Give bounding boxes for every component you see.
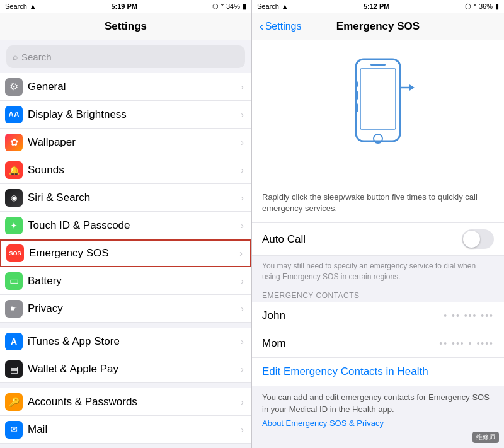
sounds-icon-box: 🔔 xyxy=(5,161,23,179)
edit-contacts-link[interactable]: Edit Emergency Contacts in Health xyxy=(252,358,504,386)
carrier-label: Search xyxy=(5,3,27,10)
settings-item-accounts[interactable]: 🔑 Accounts & Passwords › xyxy=(0,388,251,416)
auto-call-sub-description: You may still need to specify an emergen… xyxy=(252,256,504,287)
description-block: Rapidly click the sleep/wake button five… xyxy=(252,185,504,222)
privacy-chevron: › xyxy=(241,304,244,314)
siri-label: Siri & Search xyxy=(28,192,241,204)
general-chevron: › xyxy=(241,82,244,92)
emergency-contacts-header: EMERGENCY CONTACTS xyxy=(252,287,504,302)
battery-icon: ▮ xyxy=(243,3,246,11)
wallet-label: Wallet & Apple Pay xyxy=(28,363,241,376)
wallpaper-label: Wallpaper xyxy=(28,136,241,149)
right-time: 5:12 PM xyxy=(364,3,390,10)
general-label: General xyxy=(28,81,241,93)
right-battery-icon: ▮ xyxy=(495,3,499,11)
settings-item-display[interactable]: AA Display & Brightness › xyxy=(0,101,251,129)
svg-rect-7 xyxy=(356,103,358,112)
privacy-label: Privacy xyxy=(28,302,241,315)
phone-illustration xyxy=(252,40,504,185)
location-icon: ⬡ xyxy=(212,3,219,11)
settings-list: ⚙ General › AA Display & Brightness › ✿ … xyxy=(0,73,251,448)
bottom-description: You can add and edit emergency contacts … xyxy=(252,386,504,418)
sos-icon-box: SOS xyxy=(6,244,24,262)
privacy-icon-box: ☛ xyxy=(5,300,23,318)
wallpaper-icon-box: ✿ xyxy=(5,134,23,151)
wifi-icon: ▲ xyxy=(30,3,37,10)
auto-call-row: Auto Call xyxy=(252,222,504,256)
itunes-chevron: › xyxy=(241,336,244,347)
right-content: Rapidly click the sleep/wake button five… xyxy=(252,40,504,448)
display-icon-box: AA xyxy=(5,106,23,123)
right-bt-icon: * xyxy=(474,3,476,10)
right-nav-title: Emergency SOS xyxy=(336,20,420,33)
settings-item-wallet[interactable]: ▤ Wallet & Apple Pay › xyxy=(0,355,251,383)
search-bar[interactable]: ⌕ Search xyxy=(6,45,245,68)
right-carrier: Search xyxy=(257,3,279,10)
search-bar-container: ⌕ Search xyxy=(0,40,251,73)
right-battery-label: 36% xyxy=(479,3,493,10)
watermark: 维修师 xyxy=(472,432,499,443)
settings-item-wallpaper[interactable]: ✿ Wallpaper › xyxy=(0,129,251,156)
accounts-icon-wrap: 🔑 xyxy=(0,388,28,416)
settings-item-itunes[interactable]: A iTunes & App Store › xyxy=(0,328,251,355)
status-bar-left: Search ▲ xyxy=(5,3,37,10)
wallet-chevron: › xyxy=(241,364,244,374)
privacy-link[interactable]: About Emergency SOS & Privacy xyxy=(252,418,504,435)
general-icon-wrap: ⚙ xyxy=(0,73,28,101)
contact-john[interactable]: John • •• ••• ••• xyxy=(252,302,504,330)
battery-label: 34% xyxy=(226,3,240,10)
right-panel: Search ▲ 5:12 PM ⬡ * 36% ▮ ‹ Settings Em… xyxy=(252,0,504,448)
sounds-icon-wrap: 🔔 xyxy=(0,156,28,184)
description-text: Rapidly click the sleep/wake button five… xyxy=(262,192,478,213)
touchid-label: Touch ID & Passcode xyxy=(28,219,241,232)
wallpaper-icon-wrap: ✿ xyxy=(0,129,28,156)
settings-item-siri[interactable]: ◉ Siri & Search › xyxy=(0,184,251,212)
mail-chevron: › xyxy=(241,425,244,435)
accounts-label: Accounts & Passwords xyxy=(28,396,241,408)
contact-mom[interactable]: Mom •• ••• • •••• xyxy=(252,330,504,358)
settings-item-privacy[interactable]: ☛ Privacy › xyxy=(0,295,251,323)
itunes-label: iTunes & App Store xyxy=(28,335,241,348)
sounds-label: Sounds xyxy=(28,164,241,176)
auto-call-toggle[interactable] xyxy=(462,229,494,249)
mail-icon-box: ✉ xyxy=(5,421,23,439)
settings-item-mail[interactable]: ✉ Mail › xyxy=(0,416,251,444)
left-nav-bar: Settings xyxy=(0,13,251,40)
separator-2 xyxy=(0,383,251,388)
touchid-chevron: › xyxy=(241,221,244,231)
itunes-icon-wrap: A xyxy=(0,328,28,355)
right-wifi-icon: ▲ xyxy=(282,3,289,10)
settings-item-sounds[interactable]: 🔔 Sounds › xyxy=(0,156,251,184)
contact-mom-name: Mom xyxy=(262,337,439,350)
wallet-icon-box: ▤ xyxy=(5,360,23,378)
battery-chevron: › xyxy=(241,276,244,286)
search-placeholder-text: Search xyxy=(21,52,52,62)
sos-icon-wrap: SOS xyxy=(1,239,29,267)
contact-mom-number: •• ••• • •••• xyxy=(439,338,494,348)
back-button[interactable]: ‹ Settings xyxy=(260,19,301,33)
settings-item-general[interactable]: ⚙ General › xyxy=(0,73,251,101)
contact-john-name: John xyxy=(262,309,444,322)
auto-call-label: Auto Call xyxy=(262,233,462,246)
back-chevron-icon: ‹ xyxy=(260,19,264,33)
left-panel: Search ▲ 5:19 PM ⬡ * 34% ▮ Settings ⌕ Se… xyxy=(0,0,252,448)
right-status-right: ⬡ * 36% ▮ xyxy=(465,3,499,11)
settings-item-battery[interactable]: ▭ Battery › xyxy=(0,267,251,295)
wallet-icon-wrap: ▤ xyxy=(0,355,28,383)
battery-icon-wrap: ▭ xyxy=(0,267,28,295)
phone-svg xyxy=(340,53,416,179)
right-nav-bar: ‹ Settings Emergency SOS xyxy=(252,13,504,40)
separator-1 xyxy=(0,323,251,328)
sos-chevron: › xyxy=(239,248,243,258)
back-label: Settings xyxy=(265,21,302,32)
touchid-icon-wrap: ✦ xyxy=(0,212,28,239)
sub-description-text: You may still need to specify an emergen… xyxy=(262,261,476,281)
battery-label: Battery xyxy=(28,275,241,287)
itunes-icon-box: A xyxy=(5,333,23,350)
watermark-text: 维修师 xyxy=(476,434,495,440)
display-icon-wrap: AA xyxy=(0,101,28,129)
siri-icon-wrap: ◉ xyxy=(0,184,28,212)
settings-item-touchid[interactable]: ✦ Touch ID & Passcode › xyxy=(0,212,251,239)
settings-item-sos[interactable]: SOS Emergency SOS › xyxy=(0,239,251,267)
display-chevron: › xyxy=(241,110,244,120)
